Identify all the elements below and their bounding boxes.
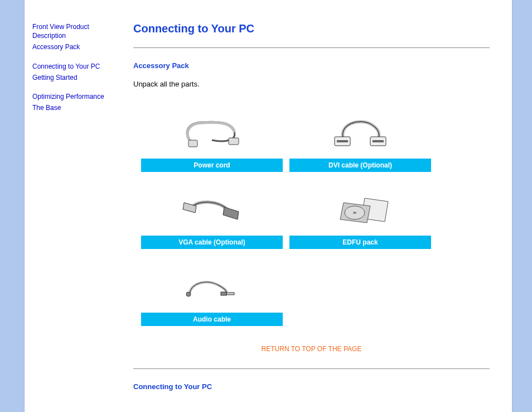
svg-point-11 (353, 212, 356, 214)
edfu-pack-icon (321, 189, 399, 228)
side-nav: Front View Product Description Accessory… (25, 0, 122, 412)
main-content: Connecting to Your PC Accessory Pack Unp… (122, 0, 512, 412)
svg-rect-1 (229, 138, 239, 145)
accessory-label: DVI cable (Optional) (289, 159, 431, 172)
right-margin-stripe (512, 0, 532, 412)
accessory-grid: Power cord (141, 105, 431, 326)
accessory-item: Audio cable (141, 259, 283, 326)
nav-link-front-view[interactable]: Front View Product Description (32, 22, 118, 40)
nav-link-connecting[interactable]: Connecting to Your PC (32, 62, 118, 71)
dvi-cable-icon (321, 112, 399, 151)
nav-link-optimizing[interactable]: Optimizing Performance (32, 92, 118, 101)
accessory-item: DVI cable (Optional) (289, 105, 431, 172)
accessory-label: Power cord (141, 159, 283, 172)
accessory-heading: Accessory Pack (133, 61, 490, 70)
separator (133, 47, 490, 48)
accessory-item: VGA cable (Optional) (141, 182, 283, 249)
svg-rect-0 (188, 140, 197, 147)
vga-cable-icon (173, 189, 251, 228)
accessory-item: EDFU pack (289, 182, 431, 249)
connecting-heading: Connecting to Your PC (133, 382, 490, 391)
left-margin-stripe (0, 0, 25, 412)
accessory-item: Power cord (141, 105, 283, 172)
return-to-top-link[interactable]: RETURN TO TOP OF THE PAGE (262, 345, 362, 353)
page-title: Connecting to Your PC (133, 22, 490, 35)
separator (133, 368, 490, 369)
svg-marker-7 (223, 207, 239, 219)
nav-link-the-base[interactable]: The Base (32, 103, 118, 112)
svg-rect-12 (221, 292, 226, 295)
accessory-label: Audio cable (141, 313, 283, 326)
nav-link-accessory-pack[interactable]: Accessory Pack (32, 42, 118, 51)
accessory-label: EDFU pack (289, 236, 431, 249)
accessory-intro: Unpack all the parts. (133, 80, 490, 88)
power-cord-icon (173, 112, 251, 151)
nav-link-getting-started[interactable]: Getting Started (32, 73, 118, 82)
svg-rect-13 (226, 293, 234, 295)
svg-point-14 (186, 292, 191, 296)
accessory-label: VGA cable (Optional) (141, 236, 283, 249)
audio-cable-icon (173, 266, 251, 305)
